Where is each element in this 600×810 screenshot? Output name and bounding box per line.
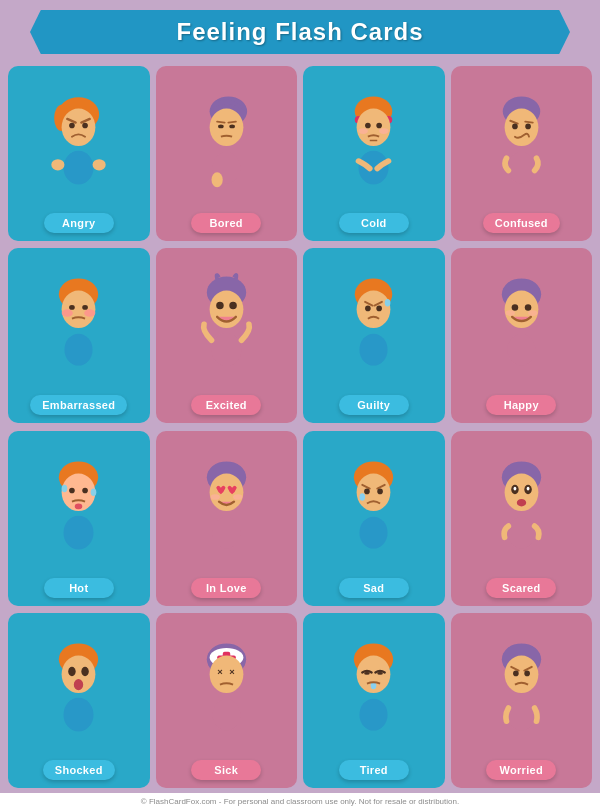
card-sad[interactable]: Sad xyxy=(303,431,445,606)
svg-point-76 xyxy=(360,493,366,501)
svg-point-53 xyxy=(360,334,388,366)
svg-point-17 xyxy=(211,172,222,187)
svg-point-100 xyxy=(209,655,243,693)
card-sick[interactable]: × × Sick xyxy=(156,613,298,788)
card-embarrassed[interactable]: Embarrassed xyxy=(8,248,150,423)
svg-point-56 xyxy=(511,304,518,311)
card-label-worried: Worried xyxy=(486,760,556,780)
card-face-tired xyxy=(317,613,430,760)
svg-point-44 xyxy=(229,302,237,310)
card-label-shocked: Shocked xyxy=(43,760,115,780)
svg-line-12 xyxy=(217,122,225,123)
card-cold[interactable]: Cold xyxy=(303,66,445,241)
card-guilty[interactable]: Guilty xyxy=(303,248,445,423)
card-hot[interactable]: Hot xyxy=(8,431,150,606)
card-inlove[interactable]: In Love xyxy=(156,431,298,606)
card-face-shocked xyxy=(22,613,135,760)
svg-point-87 xyxy=(526,486,529,490)
card-label-angry: Angry xyxy=(44,213,114,233)
svg-point-109 xyxy=(360,698,388,730)
svg-point-23 xyxy=(365,123,371,129)
svg-point-36 xyxy=(62,310,73,318)
svg-point-31 xyxy=(512,124,518,130)
card-label-embarrassed: Embarrassed xyxy=(30,395,127,415)
svg-point-8 xyxy=(52,159,65,170)
svg-point-26 xyxy=(359,151,389,185)
svg-point-40 xyxy=(65,334,93,366)
svg-point-111 xyxy=(504,655,538,693)
card-label-inlove: In Love xyxy=(191,578,261,598)
card-confused[interactable]: Confused xyxy=(451,66,593,241)
card-label-sick: Sick xyxy=(191,760,261,780)
svg-point-35 xyxy=(62,291,96,329)
svg-point-33 xyxy=(507,152,535,184)
svg-point-22 xyxy=(379,128,388,134)
card-face-worried xyxy=(465,613,578,760)
svg-point-38 xyxy=(69,305,75,310)
svg-point-7 xyxy=(64,151,94,185)
svg-point-79 xyxy=(364,488,370,494)
svg-point-15 xyxy=(229,125,235,129)
card-face-scared xyxy=(465,431,578,578)
svg-point-92 xyxy=(68,667,76,676)
card-face-sick: × × xyxy=(170,613,283,760)
svg-line-13 xyxy=(228,122,236,123)
card-face-embarrassed xyxy=(22,248,135,395)
svg-point-43 xyxy=(216,302,224,310)
svg-point-75 xyxy=(357,473,391,511)
svg-point-58 xyxy=(505,311,514,317)
svg-point-5 xyxy=(69,123,75,129)
card-angry[interactable]: Angry xyxy=(8,66,150,241)
svg-point-115 xyxy=(524,670,530,676)
svg-point-93 xyxy=(82,667,90,676)
svg-point-52 xyxy=(377,306,383,312)
card-face-confused xyxy=(465,66,578,213)
card-face-happy xyxy=(465,248,578,395)
card-label-hot: Hot xyxy=(44,578,114,598)
svg-point-68 xyxy=(64,515,94,549)
footer: © FlashCardFox.com - For personal and cl… xyxy=(0,793,600,810)
card-label-cold: Cold xyxy=(339,213,409,233)
card-label-happy: Happy xyxy=(486,395,556,415)
svg-point-67 xyxy=(75,503,83,509)
card-face-excited xyxy=(170,248,283,395)
svg-point-45 xyxy=(211,333,241,367)
cards-grid: Angry Bored xyxy=(0,62,600,793)
card-excited[interactable]: Excited xyxy=(156,248,298,423)
card-label-guilty: Guilty xyxy=(339,395,409,415)
svg-point-63 xyxy=(62,484,68,492)
svg-point-94 xyxy=(74,679,83,690)
svg-point-60 xyxy=(507,334,535,366)
card-worried[interactable]: Worried xyxy=(451,613,593,788)
card-happy[interactable]: Happy xyxy=(451,248,593,423)
card-label-confused: Confused xyxy=(483,213,560,233)
card-face-hot xyxy=(22,431,135,578)
svg-point-73 xyxy=(212,516,240,548)
header-banner: Feeling Flash Cards xyxy=(30,10,570,54)
svg-point-103 xyxy=(212,698,240,730)
svg-point-39 xyxy=(83,305,89,310)
page-title: Feeling Flash Cards xyxy=(50,18,550,46)
svg-point-86 xyxy=(513,486,516,490)
svg-point-59 xyxy=(528,311,537,317)
svg-point-14 xyxy=(218,125,224,129)
footer-text: © FlashCardFox.com - For personal and cl… xyxy=(141,797,459,806)
svg-point-47 xyxy=(357,291,391,329)
svg-point-107 xyxy=(378,672,384,675)
svg-point-24 xyxy=(377,123,383,129)
card-shocked[interactable]: Shocked xyxy=(8,613,150,788)
svg-point-95 xyxy=(64,698,94,732)
card-tired[interactable]: Tired xyxy=(303,613,445,788)
svg-point-89 xyxy=(507,516,535,548)
svg-point-66 xyxy=(83,487,89,493)
svg-point-88 xyxy=(517,498,526,506)
svg-line-30 xyxy=(525,122,533,123)
svg-point-32 xyxy=(525,124,531,130)
card-bored[interactable]: Bored xyxy=(156,66,298,241)
svg-text:×: × xyxy=(217,667,223,677)
card-face-cold xyxy=(317,66,430,213)
svg-point-21 xyxy=(359,128,368,134)
card-label-excited: Excited xyxy=(191,395,261,415)
svg-point-11 xyxy=(209,109,243,147)
card-scared[interactable]: Scared xyxy=(451,431,593,606)
